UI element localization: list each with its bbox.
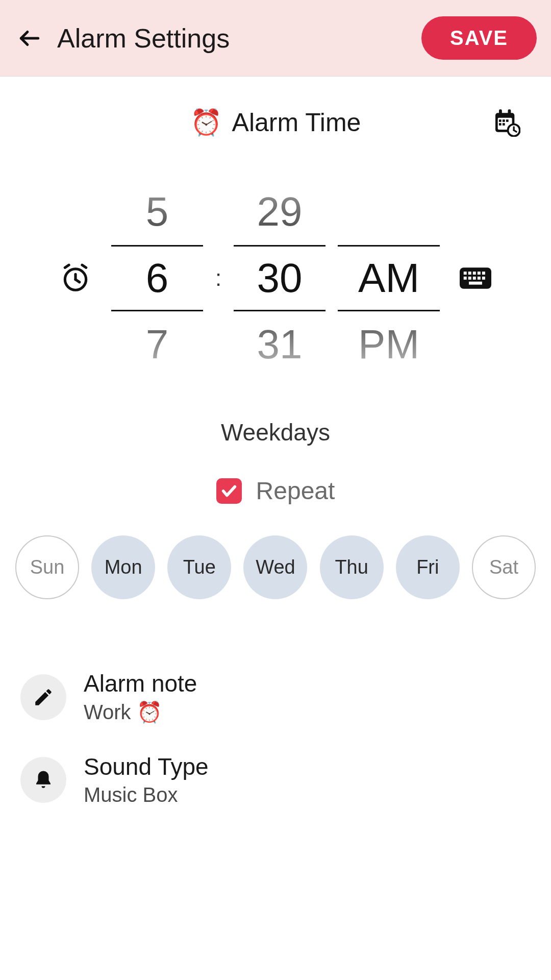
repeat-label: Repeat <box>256 477 335 505</box>
minute-selected: 30 <box>234 245 325 311</box>
time-picker: 5 6 7 : 29 30 31 AM PM <box>0 179 551 378</box>
period-prev <box>338 179 440 245</box>
save-button[interactable]: SAVE <box>421 16 537 60</box>
sound-type-title: Sound Type <box>84 753 209 780</box>
sound-type-value: Music Box <box>84 783 209 806</box>
bell-icon <box>33 769 54 791</box>
svg-rect-5 <box>499 119 502 122</box>
time-colon: : <box>215 179 221 378</box>
day-chip-sun[interactable]: Sun <box>15 535 79 599</box>
period-wheel[interactable]: AM PM <box>338 179 440 378</box>
svg-line-16 <box>65 265 69 267</box>
time-wheels: 5 6 7 : 29 30 31 AM PM <box>111 179 440 378</box>
keyboard-button[interactable] <box>455 266 496 290</box>
period-selected: AM <box>338 245 440 311</box>
minute-wheel[interactable]: 29 30 31 <box>234 179 325 378</box>
svg-rect-28 <box>482 277 485 280</box>
check-icon <box>220 482 238 500</box>
content: ⏰ Alarm Time <box>0 77 551 821</box>
day-chip-fri[interactable]: Fri <box>396 535 460 599</box>
hour-next: 7 <box>111 311 203 378</box>
section-title: Alarm Time <box>232 108 361 137</box>
svg-rect-21 <box>473 272 476 275</box>
svg-rect-24 <box>464 277 467 280</box>
alarm-outline-icon-wrap <box>55 262 96 294</box>
svg-rect-8 <box>499 123 502 126</box>
svg-rect-3 <box>508 109 511 115</box>
day-chip-tue[interactable]: Tue <box>167 535 231 599</box>
alarm-note-row[interactable]: Alarm note Work ⏰ <box>0 655 551 739</box>
svg-rect-9 <box>503 123 505 126</box>
svg-rect-22 <box>478 272 481 275</box>
page-title: Alarm Settings <box>57 23 421 54</box>
svg-rect-7 <box>506 119 509 122</box>
minute-prev: 29 <box>234 179 325 245</box>
edit-icon-wrap <box>20 674 66 720</box>
alarm-outline-icon <box>60 262 91 294</box>
svg-rect-27 <box>478 277 481 280</box>
svg-rect-23 <box>482 272 485 275</box>
minute-next: 31 <box>234 311 325 378</box>
day-chip-wed[interactable]: Wed <box>243 535 307 599</box>
svg-rect-19 <box>464 272 467 275</box>
svg-rect-26 <box>473 277 476 280</box>
day-chip-sat[interactable]: Sat <box>472 535 536 599</box>
day-chip-thu[interactable]: Thu <box>320 535 384 599</box>
alarm-time-header: ⏰ Alarm Time <box>0 97 551 148</box>
svg-rect-6 <box>503 119 505 122</box>
repeat-row: Repeat <box>0 477 551 505</box>
svg-rect-20 <box>468 272 471 275</box>
header: Alarm Settings SAVE <box>0 0 551 77</box>
svg-line-15 <box>76 280 80 282</box>
svg-rect-2 <box>499 109 502 115</box>
calendar-button[interactable] <box>492 108 520 137</box>
hour-selected: 6 <box>111 245 203 311</box>
sound-type-text: Sound Type Music Box <box>84 753 209 806</box>
hour-prev: 5 <box>111 179 203 245</box>
alarm-note-title: Alarm note <box>84 670 197 697</box>
alarm-clock-icon: ⏰ <box>190 108 222 137</box>
hour-wheel[interactable]: 5 6 7 <box>111 179 203 378</box>
days-row: Sun Mon Tue Wed Thu Fri Sat <box>0 535 551 599</box>
pencil-icon <box>33 687 54 708</box>
svg-line-17 <box>82 265 86 267</box>
keyboard-icon <box>460 266 491 290</box>
back-button[interactable] <box>14 23 45 54</box>
weekdays-label: Weekdays <box>0 419 551 446</box>
alarm-note-value: Work ⏰ <box>84 700 197 724</box>
alarm-note-text: Alarm note Work ⏰ <box>84 670 197 724</box>
day-chip-mon[interactable]: Mon <box>91 535 155 599</box>
period-next: PM <box>338 311 440 378</box>
calendar-icon <box>492 108 520 137</box>
svg-rect-25 <box>468 277 471 280</box>
svg-rect-29 <box>469 282 482 285</box>
sound-type-row[interactable]: Sound Type Music Box <box>0 739 551 821</box>
repeat-checkbox[interactable] <box>216 478 242 504</box>
arrow-left-icon <box>17 26 42 51</box>
bell-icon-wrap <box>20 757 66 803</box>
